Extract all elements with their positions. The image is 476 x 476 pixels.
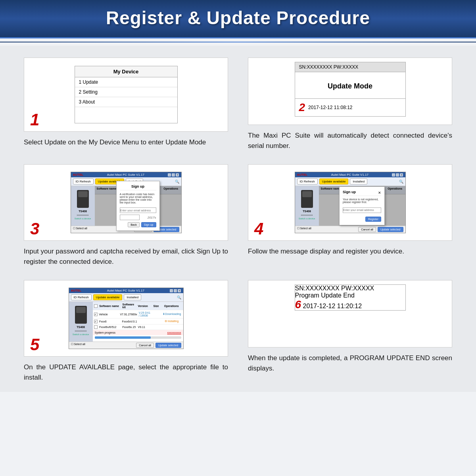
select-all-label-step3[interactable]: ☐ Select all [73, 227, 87, 232]
switch-device-step4[interactable]: Switch a device [297, 217, 317, 220]
datetime-step2: 2017-12-12 11:08:12 [308, 105, 352, 110]
email-input-step3[interactable] [120, 207, 156, 213]
minimize-btn-step5[interactable]: ─ [170, 289, 173, 292]
header-checkbox-step5[interactable] [94, 304, 98, 308]
row3-name: Fxxxl6x/6/512 [98, 325, 121, 329]
suite-bottom-step4: ☐ Select all Cancel all Update selected [295, 226, 405, 233]
modal-text-step3: A verification code has been sent to you… [120, 193, 156, 204]
table-header-step5: Software name Software kit Version Size … [93, 302, 183, 310]
row3-kit: Fxxxl6x.15 [122, 325, 137, 329]
main-panel-step4: Software name Software kit Version Size … [319, 186, 405, 226]
register-btn-container: Register [343, 217, 381, 222]
register-btn-step4[interactable]: Register [365, 217, 381, 222]
page-header: Register & Update Procedure [0, 0, 476, 38]
sn-bar-step2: SN:XXXXXXXX PW:XXXXX [295, 62, 405, 72]
program-update-box: SN:XXXXXXXX PW:XXXXX Program Update End … [295, 284, 406, 311]
suite-body-step3: TS408 xxxxxxxxxx Switch a device Softwar… [71, 186, 181, 226]
suite-bottom-step5: ☐ Select all Cancel all Update selected [69, 342, 183, 349]
autel-logo-step4: AUTEL [297, 173, 308, 177]
suite-body-step4: TS408 xxxxxxxxxx Switch a device Softwar… [295, 186, 405, 226]
step-3-description: Input your password and captcha received… [24, 245, 228, 268]
row1-checkbox[interactable]: ✓ [94, 313, 98, 316]
row1-kit: V7.91.27669x [119, 313, 138, 316]
select-all-label-step4[interactable]: ☐ Select all [297, 227, 311, 232]
row3-size [153, 327, 163, 328]
menu-title: My Device [75, 66, 177, 77]
search-icon-step5[interactable]: 🔍 [177, 296, 181, 299]
main-panel-step5: Software name Software kit Version Size … [93, 302, 183, 342]
step-4-image: AUTEL Autel Maxi PC Suite V1.17 ─ □ ✕ ID… [248, 164, 452, 241]
close-btn-step3[interactable]: ✕ [176, 173, 179, 177]
update-mode-box: SN:XXXXXXXX PW:XXXXX Update Mode 2 2017-… [295, 62, 406, 117]
switch-device-step3[interactable]: Switch a device [73, 217, 93, 220]
table-row-1-step5: ✓ Vehicle V7.91.27669x V.25 DX1 / 19936 … [93, 310, 183, 319]
search-icon-step3[interactable]: 🔍 [175, 180, 179, 184]
device-menu: My Device 1 Update 2 Setting 3 About [75, 66, 178, 123]
tab-refresh-step4[interactable]: ID Refresh [297, 178, 318, 184]
device-label-step3: TS408 [73, 210, 93, 213]
system-progress-label: System progress [95, 331, 116, 334]
email-input-step4[interactable] [343, 207, 381, 213]
row2-checkbox[interactable]: ✓ [94, 320, 98, 323]
device-icon-step3 [77, 190, 89, 208]
progress-value[interactable]: xxxxxxxxxx [167, 331, 181, 334]
cancel-btn-step4[interactable]: Cancel all [358, 227, 376, 232]
maximize-btn-step4[interactable]: □ [396, 173, 399, 177]
cancel-btn-step5[interactable]: Cancel all [136, 343, 154, 348]
select-all-label-step5[interactable]: ☐ Select all [71, 343, 85, 348]
row3-checkbox[interactable] [94, 325, 98, 329]
close-btn-step5[interactable]: ✕ [178, 289, 181, 292]
close-btn-step4[interactable]: ✕ [400, 173, 403, 177]
tab-update-step5[interactable]: Update available [93, 294, 123, 300]
device-panel-step3: TS408 xxxxxxxxxx Switch a device [71, 186, 95, 226]
minimize-btn-step3[interactable]: ─ [168, 173, 171, 177]
minimize-btn-step4[interactable]: ─ [392, 173, 395, 177]
modal-divider [343, 196, 381, 196]
serial-step5: xxxxxxxxxx [71, 330, 91, 332]
window-controls-step4: ─ □ ✕ [392, 173, 403, 177]
step-2-image: SN:XXXXXXXX PW:XXXXX Update Mode 2 2017-… [248, 58, 452, 125]
modal-title-step3: Sign up [120, 184, 156, 190]
captcha-row-step3: 2017s [120, 215, 156, 220]
switch-device-step5[interactable]: Switch a device [71, 333, 91, 336]
update-selected-btn-step5[interactable]: Update selected [155, 343, 181, 348]
pc-suite-step4: AUTEL Autel Maxi PC Suite V1.17 ─ □ ✕ ID… [295, 172, 406, 233]
menu-item-about[interactable]: 3 About [75, 97, 177, 107]
tab-installed-step5[interactable]: Installed [124, 294, 141, 300]
modal-close-step4[interactable]: ✕ [378, 191, 381, 195]
tab-refresh-step3[interactable]: ID Refresh [73, 178, 94, 184]
signup-btn-step3[interactable]: Sign up [141, 222, 156, 227]
maximize-btn-step5[interactable]: □ [174, 289, 177, 292]
step-1-number: 1 [30, 111, 39, 128]
date-bar-step2: 2 2017-12-12 11:08:12 [295, 98, 405, 116]
step-5-number: 5 [30, 336, 39, 353]
progress-bar-container-step5 [93, 335, 183, 340]
register-modal-step4: Sign up ✕ Your device is not registered,… [339, 186, 385, 225]
menu-item-setting[interactable]: 2 Setting [75, 87, 177, 97]
signup-modal-step3: Sign up A verification code has been sen… [116, 181, 160, 231]
table-row-2-step5: ✓ Fxxx6 Fxxx6xV.0.1 ⚙ Installing [93, 319, 183, 324]
autel-logo-step3: AUTEL [73, 173, 84, 177]
modal-overlay-step4: Sign up ✕ Your device is not registered,… [319, 186, 405, 226]
step-3-block: AUTEL Autel Maxi PC Suite V1.17 ─ □ ✕ ID… [24, 164, 228, 268]
captcha-input-step3[interactable] [120, 215, 140, 220]
search-icon-step4[interactable]: 🔍 [399, 180, 403, 184]
modal-text-step4: Your device is not registered, please re… [343, 198, 381, 203]
row3-version: V9.11 [137, 325, 153, 329]
bottom-buttons-step5: Cancel all Update selected [136, 343, 181, 348]
row2-status: ⚙ Installing [164, 319, 182, 323]
maximize-btn-step3[interactable]: □ [172, 173, 175, 177]
tab-refresh-step5[interactable]: ID Refresh [71, 294, 92, 300]
menu-item-update[interactable]: 1 Update [75, 77, 177, 87]
row1-status: ⬇Downloading [162, 312, 182, 316]
bottom-buttons-step4: Cancel all Update selected [358, 227, 403, 232]
step-6-description: When the update is completed, a PROGRAM … [248, 351, 452, 375]
tab-update-step4[interactable]: Update available [319, 178, 349, 184]
autel-logo-step5: AUTEL [71, 289, 82, 292]
device-icon-step4 [301, 190, 313, 208]
tab-installed-step4[interactable]: Installed [350, 178, 367, 184]
update-selected-btn-step4[interactable]: Update selected [378, 227, 403, 232]
row1-version: V.25 DX1 / 19936 [138, 311, 152, 317]
serial-step4: xxxxxxxxxx [297, 214, 317, 216]
back-btn-step3[interactable]: Back [128, 222, 140, 227]
